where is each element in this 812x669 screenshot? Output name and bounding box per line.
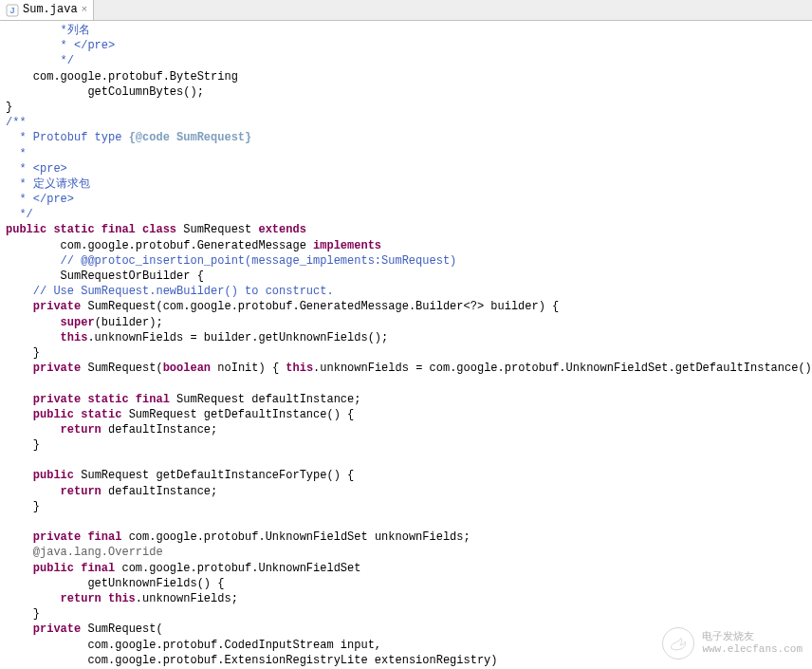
code-token: SumRequest( [81,362,162,375]
code-token: boolean [163,362,211,375]
code-token: public static [33,408,122,421]
code-line[interactable]: } [6,345,806,361]
code-line[interactable]: private SumRequest(boolean noInit) { thi… [6,361,806,376]
code-token: @java.lang.Override [33,546,163,559]
code-line[interactable]: } [6,606,806,622]
code-token: SumRequestOrBuilder { [61,269,204,283]
code-token: com.google.protobuf.ByteString [33,70,238,84]
code-token: com.google.protobuf.CodedInputStream inp… [87,639,381,652]
code-line[interactable]: // @@protoc_insertion_point(message_impl… [6,253,806,269]
code-token: SumRequest [176,223,258,236]
code-token: extends [258,223,305,236]
code-token: private static final [33,393,170,406]
code-token: this [286,362,313,375]
code-token: private [33,623,81,636]
watermark-line2: www.elecfans.com [702,643,803,656]
code-line[interactable]: return defaultInstance; [6,422,806,437]
code-token: .unknownFields = builder.getUnknownField… [87,331,388,344]
code-line[interactable]: */ [6,53,806,68]
code-token: * 定义请求包 [19,177,89,191]
code-token: * <pre> [19,162,66,176]
watermark-line1: 电子发烧友 [702,631,803,643]
code-token: private [33,362,81,375]
code-line[interactable]: } [6,100,806,115]
code-line[interactable]: * <pre> [6,161,806,177]
code-token: com.google.protobuf.UnknownFieldSet unkn… [121,530,470,544]
code-token: */ [19,208,32,221]
code-token: } [33,607,40,621]
code-editor[interactable]: *列名 * </pre> */ com.google.protobuf.Byte… [0,21,812,669]
code-line[interactable]: * [6,146,806,161]
code-token: public static final class [6,223,176,236]
code-line[interactable]: public static SumRequest getDefaultInsta… [6,407,806,422]
code-line[interactable]: public SumRequest getDefaultInstanceForT… [6,468,806,483]
code-line[interactable] [6,453,806,468]
tab-bar: J Sum.java × [0,0,812,21]
code-line[interactable]: *列名 [6,23,806,38]
code-line[interactable]: } [6,499,806,514]
code-token: implements [313,239,381,252]
code-token: super [61,316,95,329]
file-tab[interactable]: J Sum.java × [0,0,94,20]
java-file-icon: J [6,4,19,17]
code-line[interactable]: com.google.protobuf.ByteString [6,69,806,84]
code-token: com.google.protobuf.GeneratedMessage [61,239,313,252]
code-line[interactable] [6,376,806,391]
code-line[interactable]: private static final SumRequest defaultI… [6,392,806,407]
code-token: this [61,331,88,344]
code-line[interactable]: * Protobuf type {@code SumRequest} [6,130,806,145]
code-line[interactable]: * </pre> [6,192,806,207]
code-line[interactable]: getColumnBytes(); [6,84,806,100]
code-token: return [61,423,102,437]
svg-text:J: J [9,6,14,15]
code-token: {@code SumRequest} [129,131,252,144]
code-token: getUnknownFields() { [87,577,224,590]
code-line[interactable]: this.unknownFields = builder.getUnknownF… [6,330,806,345]
code-line[interactable]: // Use SumRequest.newBuilder() to constr… [6,284,806,299]
watermark: 电子发烧友 www.elecfans.com [662,627,803,660]
code-line[interactable]: /** [6,115,806,130]
code-token [6,454,12,467]
code-token [6,377,12,390]
code-line[interactable]: super(builder); [6,315,806,330]
code-token: com.google.protobuf.ExtensionRegistryLit… [87,654,497,667]
code-line[interactable]: private SumRequest(com.google.protobuf.G… [6,299,806,314]
code-token: * </pre> [61,39,116,52]
code-token: } [33,500,40,513]
code-line[interactable]: private final com.google.protobuf.Unknow… [6,530,806,545]
code-token: // Use SumRequest.newBuilder() to constr… [33,285,334,298]
code-line[interactable]: @java.lang.Override [6,545,806,560]
code-token: (builder); [95,316,163,329]
code-line[interactable]: */ [6,207,806,222]
code-line[interactable]: public static final class SumRequest ext… [6,222,806,237]
code-line[interactable]: getUnknownFields() { [6,576,806,591]
code-token: SumRequest defaultInstance; [170,393,361,406]
code-token: SumRequest( [81,623,162,636]
code-line[interactable]: SumRequestOrBuilder { [6,269,806,284]
code-token: return [61,485,102,498]
code-line[interactable]: public final com.google.protobuf.Unknown… [6,561,806,576]
close-icon[interactable]: × [82,3,88,17]
code-line[interactable]: * </pre> [6,38,806,53]
code-line[interactable] [6,514,806,530]
code-token: defaultInstance; [102,423,217,437]
code-token: return this [61,592,136,605]
code-line[interactable]: } [6,437,806,453]
code-token: * </pre> [19,193,74,206]
code-token: public [33,469,74,482]
code-token: private final [33,530,122,544]
code-token: } [33,438,40,452]
code-token: public final [33,562,115,575]
code-line[interactable]: return this.unknownFields; [6,591,806,606]
code-line[interactable]: * 定义请求包 [6,177,806,192]
code-token: private [33,300,81,313]
tab-filename: Sum.java [23,2,78,17]
code-line[interactable]: return defaultInstance; [6,484,806,499]
code-token: SumRequest getDefaultInstance() { [121,408,354,421]
code-token: *列名 [61,24,90,37]
code-token: /** [6,116,27,129]
code-token: SumRequest(com.google.protobuf.Generated… [81,300,559,313]
code-token: defaultInstance; [102,485,217,498]
code-token: getColumnBytes(); [87,85,203,99]
code-line[interactable]: com.google.protobuf.GeneratedMessage imp… [6,238,806,253]
